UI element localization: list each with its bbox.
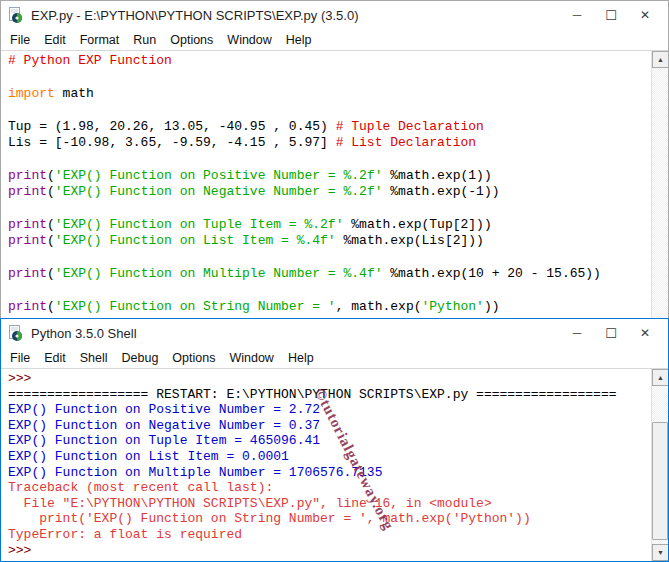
shell-line: EXP() Function on Positive Number = 2.72 (8, 402, 651, 418)
shell-line: >>> (8, 543, 651, 559)
code-line (8, 201, 651, 217)
shell-line: File "E:\PYTHON\PYTHON SCRIPTS\EXP.py", … (8, 496, 651, 512)
editor-code[interactable]: # Python EXP Function import math Tup = … (1, 51, 651, 318)
editor-menubar: FileEditFormatRunOptionsWindowHelp (1, 29, 668, 51)
shell-line: print('EXP() Function on String Number =… (8, 511, 651, 527)
minimize-icon[interactable]: ─ (560, 321, 594, 345)
menu-item-edit[interactable]: Edit (37, 31, 73, 49)
code-line (8, 102, 651, 118)
shell-line: EXP() Function on Tuple Item = 465096.41 (8, 433, 651, 449)
shell-line: >>> (8, 371, 651, 387)
shell-output[interactable]: >>> ================== RESTART: E:\PYTHO… (1, 369, 651, 561)
menu-item-options[interactable]: Options (163, 31, 220, 49)
minimize-icon[interactable]: ─ (560, 3, 594, 27)
editor-scroll-track[interactable] (652, 68, 668, 318)
menu-item-window[interactable]: Window (220, 31, 278, 49)
maximize-icon[interactable]: ☐ (594, 321, 628, 345)
code-line: print('EXP() Function on Multiple Number… (8, 266, 651, 282)
menu-item-file[interactable]: File (3, 349, 37, 367)
triangle-down-icon: ▼ (657, 549, 664, 556)
shell-scroll-thumb[interactable] (652, 422, 668, 540)
shell-line: EXP() Function on Negative Number = 0.37 (8, 418, 651, 434)
shell-scroll-up-button[interactable]: ▲ (652, 369, 668, 386)
shell-window-controls: ─ ☐ ✕ (560, 321, 662, 345)
maximize-icon[interactable]: ☐ (594, 3, 628, 27)
idle-file-icon (7, 6, 25, 24)
editor-window-title: EXP.py - E:\PYTHON\PYTHON SCRIPTS\EXP.py… (31, 8, 560, 23)
menu-item-edit[interactable]: Edit (37, 349, 73, 367)
menu-item-shell[interactable]: Shell (73, 349, 115, 367)
shell-line: EXP() Function on List Item = 0.0001 (8, 449, 651, 465)
shell-scroll-down-button[interactable]: ▼ (652, 544, 668, 561)
shell-scrollbar[interactable]: ▲ ▼ (651, 369, 668, 561)
shell-line: ================== RESTART: E:\PYTHON\PY… (8, 387, 651, 403)
shell-window: Python 3.5.0 Shell ─ ☐ ✕ FileEditShellDe… (0, 318, 669, 562)
shell-scroll-track-top[interactable] (652, 386, 668, 422)
editor-content-area[interactable]: # Python EXP Function import math Tup = … (1, 51, 668, 318)
shell-window-title: Python 3.5.0 Shell (31, 326, 560, 341)
editor-scrollbar[interactable]: ▲ (651, 51, 668, 318)
shell-line: Traceback (most recent call last): (8, 480, 651, 496)
editor-window: EXP.py - E:\PYTHON\PYTHON SCRIPTS\EXP.py… (0, 0, 669, 318)
code-line (8, 69, 651, 85)
menu-item-options[interactable]: Options (165, 349, 222, 367)
triangle-up-icon: ▲ (657, 56, 664, 63)
editor-titlebar[interactable]: EXP.py - E:\PYTHON\PYTHON SCRIPTS\EXP.py… (1, 1, 668, 29)
menu-item-format[interactable]: Format (73, 31, 127, 49)
shell-content-area[interactable]: >>> ================== RESTART: E:\PYTHO… (1, 369, 668, 561)
code-line: print('EXP() Function on Negative Number… (8, 184, 651, 200)
editor-scroll-up-button[interactable]: ▲ (652, 51, 668, 68)
code-line: print('EXP() Function on List Item = %.4… (8, 233, 651, 249)
shell-line: TypeError: a float is required (8, 527, 651, 543)
menu-item-window[interactable]: Window (222, 349, 280, 367)
code-line: import math (8, 86, 651, 102)
code-line (8, 283, 651, 299)
triangle-up-icon: ▲ (657, 374, 664, 381)
menu-item-help[interactable]: Help (281, 349, 321, 367)
menu-item-run[interactable]: Run (126, 31, 163, 49)
code-line (8, 250, 651, 266)
menu-item-debug[interactable]: Debug (115, 349, 166, 367)
code-line: print('EXP() Function on Tuple Item = %.… (8, 217, 651, 233)
shell-line: EXP() Function on Multiple Number = 1706… (8, 465, 651, 481)
menu-item-file[interactable]: File (3, 31, 37, 49)
shell-titlebar[interactable]: Python 3.5.0 Shell ─ ☐ ✕ (1, 319, 668, 347)
menu-item-help[interactable]: Help (279, 31, 319, 49)
code-line: print('EXP() Function on String Number =… (8, 299, 651, 315)
code-line: print('EXP() Function on Positive Number… (8, 168, 651, 184)
code-line (8, 151, 651, 167)
shell-menubar: FileEditShellDebugOptionsWindowHelp (1, 347, 668, 369)
close-icon[interactable]: ✕ (628, 321, 662, 345)
editor-window-controls: ─ ☐ ✕ (560, 3, 662, 27)
code-line: Lis = [-10.98, 3.65, -9.59, -4.15 , 5.97… (8, 135, 651, 151)
close-icon[interactable]: ✕ (628, 3, 662, 27)
code-line: # Python EXP Function (8, 53, 651, 69)
idle-shell-icon (7, 324, 25, 342)
code-line: Tup = (1.98, 20.26, 13.05, -40.95 , 0.45… (8, 119, 651, 135)
